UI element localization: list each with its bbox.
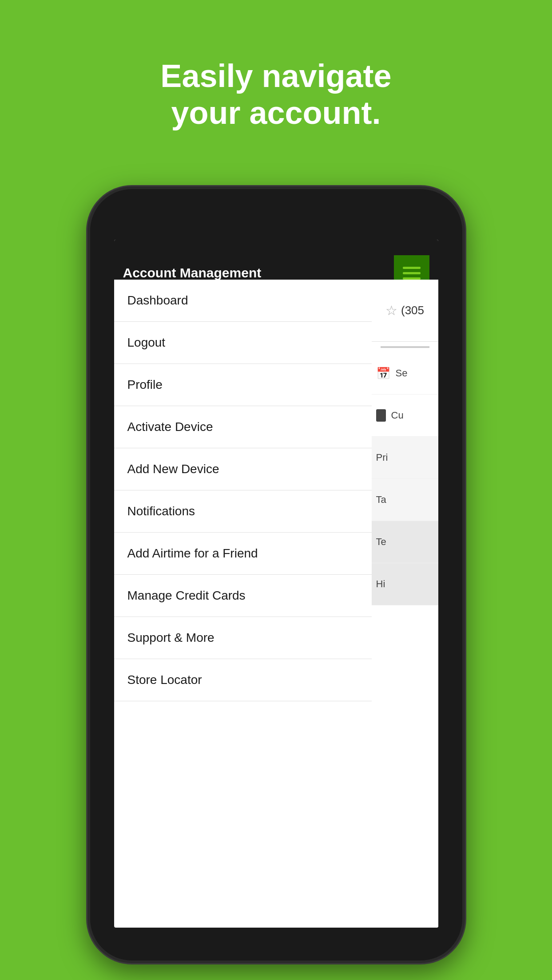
nav-item-activate-device[interactable]: Activate Device xyxy=(114,406,372,448)
right-panel-item-1: 📅 Se xyxy=(372,352,438,395)
nav-item-support[interactable]: Support & More xyxy=(114,617,372,659)
headline-line2: your account. xyxy=(171,95,381,130)
nav-item-manage-credit-cards[interactable]: Manage Credit Cards xyxy=(114,575,372,617)
nav-menu: Dashboard Logout Profile Activate Device… xyxy=(114,280,372,701)
calendar-icon: 📅 xyxy=(376,367,390,380)
right-panel-top: ☆ (305 xyxy=(372,280,438,342)
headline-line1: Easily navigate xyxy=(160,58,391,94)
headline-section: Easily navigate your account. xyxy=(0,0,552,158)
status-bar xyxy=(114,240,438,253)
nav-item-add-airtime[interactable]: Add Airtime for a Friend xyxy=(114,533,372,575)
right-panel-item-2: Cu xyxy=(372,395,438,437)
nav-item-add-new-device[interactable]: Add New Device xyxy=(114,448,372,490)
right-panel: ☆ (305 📅 Se Cu Pri Ta Te Hi xyxy=(372,280,438,928)
right-panel-item-3: Pri xyxy=(372,437,438,479)
right-panel-item-4: Ta xyxy=(372,479,438,521)
nav-item-dashboard[interactable]: Dashboard xyxy=(114,280,372,322)
right-panel-divider xyxy=(381,346,429,348)
phone-icon xyxy=(376,409,386,422)
headline-text: Easily navigate your account. xyxy=(0,58,552,131)
nav-item-logout[interactable]: Logout xyxy=(114,322,372,364)
right-panel-item-5: Te xyxy=(372,521,438,563)
phone-mockup: Account Management Dashboard Logout Prof… xyxy=(87,186,465,963)
star-icon: ☆ xyxy=(385,303,397,318)
hamburger-line-3 xyxy=(403,277,421,280)
nav-item-profile[interactable]: Profile xyxy=(114,364,372,406)
nav-item-store-locator[interactable]: Store Locator xyxy=(114,659,372,701)
app-header-title: Account Management xyxy=(123,265,262,281)
right-panel-item-6: Hi xyxy=(372,563,438,605)
nav-item-notifications[interactable]: Notifications xyxy=(114,490,372,533)
phone-screen: Account Management Dashboard Logout Prof… xyxy=(114,240,438,928)
hamburger-line-2 xyxy=(403,272,421,274)
phone-number-partial: (305 xyxy=(401,304,424,317)
hamburger-line-1 xyxy=(403,267,421,269)
